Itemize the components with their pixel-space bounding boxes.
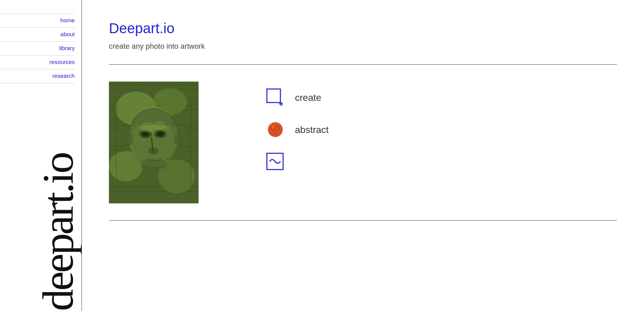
artwork-image — [109, 82, 199, 203]
sidebar: home about library resources research de… — [0, 0, 82, 311]
main-image — [109, 82, 199, 203]
sidebar-navigation: home about library resources research — [0, 14, 82, 83]
sidebar-item-about[interactable]: about — [0, 28, 75, 42]
sidebar-item-library[interactable]: library — [0, 42, 75, 55]
abstract-icon — [266, 120, 285, 139]
sidebar-brand: deepart.io — [0, 108, 82, 311]
svg-point-19 — [154, 121, 166, 130]
brand-text: deepart.io — [36, 153, 80, 311]
svg-point-14 — [148, 148, 159, 154]
svg-point-17 — [174, 133, 182, 145]
abstract-label: abstract — [295, 125, 329, 135]
create-icon — [266, 88, 285, 107]
svg-point-31 — [272, 125, 274, 128]
svg-point-29 — [277, 127, 279, 129]
svg-point-30 — [274, 131, 276, 133]
svg-rect-20 — [267, 89, 280, 103]
top-divider — [109, 64, 617, 65]
sidebar-item-research[interactable]: research — [0, 69, 75, 83]
page-subtitle: create any photo into artwork — [109, 42, 617, 51]
sidebar-item-resources[interactable]: resources — [0, 55, 75, 69]
action-item-style[interactable] — [266, 153, 329, 171]
content-area: create — [109, 82, 617, 203]
action-item-abstract[interactable]: abstract — [266, 120, 329, 139]
svg-point-18 — [141, 122, 155, 132]
page-title: Deepart.io — [109, 20, 617, 37]
main-content: Deepart.io create any photo into artwork — [82, 0, 644, 311]
style-icon — [266, 153, 285, 171]
create-label: create — [295, 92, 321, 103]
action-list: create — [266, 82, 329, 171]
svg-point-12 — [142, 132, 149, 136]
sidebar-item-home[interactable]: home — [0, 14, 75, 28]
svg-point-13 — [157, 132, 164, 136]
svg-point-16 — [125, 133, 133, 145]
svg-point-15 — [140, 158, 167, 171]
bottom-divider — [109, 220, 617, 221]
action-item-create[interactable]: create — [266, 88, 329, 107]
